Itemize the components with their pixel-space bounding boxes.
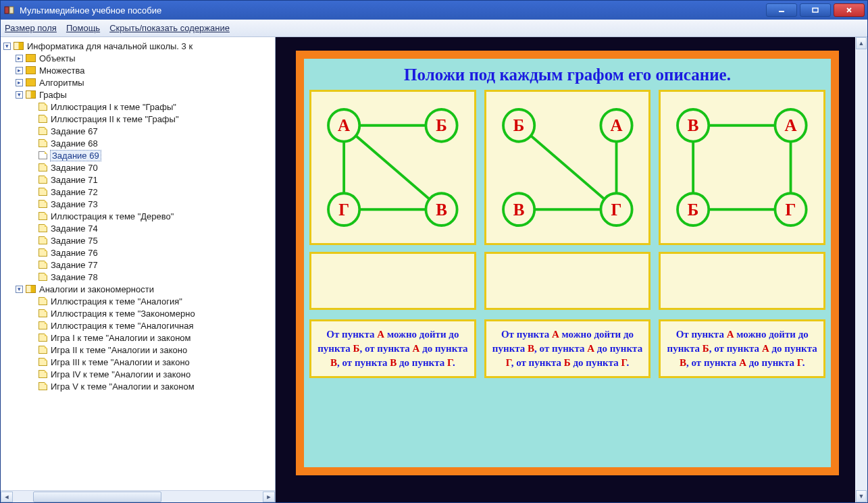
- scroll-thumb[interactable]: [33, 492, 161, 502]
- expand-icon[interactable]: ▸: [16, 67, 23, 74]
- tree-leaf[interactable]: Задание 73: [50, 199, 99, 209]
- tree-item-graphs[interactable]: Графы: [39, 90, 68, 100]
- titlebar: Мультимедийное учебное пособие: [1, 1, 867, 20]
- scroll-track[interactable]: [13, 492, 263, 502]
- page-icon: [39, 176, 47, 184]
- drop-target-1[interactable]: [309, 252, 476, 310]
- page-icon: [39, 358, 47, 366]
- graph-row: АБГВБАВГВАБГ: [309, 90, 825, 245]
- tree-leaf[interactable]: Игра III к теме "Аналогии и законо: [50, 357, 190, 367]
- tree-leaf[interactable]: Игра I к теме "Аналогии и законом: [50, 333, 192, 343]
- page-icon: [39, 115, 47, 123]
- page-icon: [39, 346, 47, 354]
- tree-leaf[interactable]: Иллюстрация к теме "Аналогичная: [50, 321, 195, 331]
- drop-target-3[interactable]: [659, 252, 825, 310]
- page-icon: [39, 382, 47, 390]
- toc-tree[interactable]: ▾ Информатика для начальной школы. 3 к ▸…: [1, 37, 275, 490]
- svg-text:А: А: [338, 115, 351, 135]
- content-vscroll[interactable]: ▲ ▼: [855, 37, 867, 502]
- svg-line-18: [519, 126, 616, 209]
- book-icon: [26, 66, 36, 74]
- svg-text:Г: Г: [338, 199, 349, 219]
- sidebar: ▾ Информатика для начальной школы. 3 к ▸…: [1, 37, 276, 502]
- collapse-icon[interactable]: ▾: [3, 43, 11, 50]
- collapse-icon[interactable]: ▾: [16, 91, 23, 99]
- tree-leaf[interactable]: Задание 74: [50, 223, 99, 234]
- expand-icon[interactable]: ▸: [16, 55, 23, 62]
- page-icon: [39, 163, 47, 171]
- tree-leaf[interactable]: Игра II к теме "Аналогии и законо: [50, 345, 188, 355]
- body: ▾ Информатика для начальной школы. 3 к ▸…: [1, 37, 867, 502]
- tree-root[interactable]: Информатика для начальной школы. 3 к: [26, 41, 193, 51]
- scroll-up-icon[interactable]: ▲: [856, 37, 867, 49]
- svg-rect-1: [9, 7, 14, 14]
- page-icon: [39, 212, 47, 220]
- tree-leaf[interactable]: Задание 72: [50, 187, 99, 197]
- page-icon: [39, 297, 47, 305]
- tree-leaf[interactable]: Иллюстрация к теме "Дерево": [50, 211, 174, 221]
- tree-leaf[interactable]: Задание 67: [50, 126, 99, 136]
- page-icon: [39, 127, 47, 135]
- description-card-2[interactable]: От пункта А можно дойти до пункта В, от …: [484, 319, 651, 378]
- tree-leaf[interactable]: Иллюстрация к теме "Аналогия": [50, 296, 183, 307]
- collapse-icon[interactable]: ▾: [16, 286, 23, 293]
- close-button[interactable]: [834, 3, 865, 17]
- menu-toggle-toc[interactable]: Скрыть/показать содержание: [109, 23, 230, 33]
- tree-leaf[interactable]: Задание 69: [50, 150, 101, 161]
- svg-text:В: В: [513, 199, 524, 219]
- minimize-button[interactable]: [766, 3, 797, 17]
- tree-item-analogies[interactable]: Аналогии и закономерности: [39, 284, 155, 294]
- page-icon: [39, 334, 47, 342]
- svg-text:Б: Б: [513, 115, 525, 135]
- expand-icon[interactable]: ▸: [16, 79, 23, 86]
- book-icon: [26, 90, 36, 99]
- tree-leaf[interactable]: Игра IV к теме "Аналогии и законо: [50, 369, 191, 379]
- svg-text:А: А: [785, 115, 798, 135]
- tree-leaf[interactable]: Задание 78: [50, 272, 99, 282]
- tree-leaf[interactable]: Иллюстрация к теме "Закономерно: [50, 309, 196, 319]
- tree-leaf[interactable]: Задание 68: [50, 138, 99, 149]
- tree-leaf[interactable]: Задание 76: [50, 248, 99, 258]
- tree-leaf[interactable]: Задание 70: [50, 163, 99, 173]
- scroll-right-icon[interactable]: ►: [263, 492, 275, 502]
- svg-text:А: А: [610, 115, 623, 135]
- menu-help[interactable]: Помощь: [66, 23, 100, 33]
- scroll-down-icon[interactable]: ▼: [856, 490, 867, 502]
- tree-leaf[interactable]: Игра V к теме "Аналогии и законом: [50, 381, 195, 392]
- page-icon: [39, 309, 47, 317]
- book-icon: [26, 54, 36, 62]
- page-icon: [39, 224, 47, 232]
- tree-item[interactable]: Объекты: [39, 53, 76, 63]
- book-icon: [26, 285, 36, 293]
- tree-leaf[interactable]: Иллюстрация II к теме "Графы": [50, 114, 180, 124]
- svg-rect-2: [779, 11, 784, 12]
- tree-leaf[interactable]: Задание 75: [50, 236, 99, 246]
- graph-1: АБГВ: [309, 90, 476, 245]
- tree-item[interactable]: Множества: [39, 65, 85, 76]
- description-card-1[interactable]: От пункта А можно дойти до пункта Б, от …: [309, 319, 476, 378]
- page-icon: [39, 188, 47, 196]
- window-title: Мультимедийное учебное пособие: [20, 5, 766, 16]
- book-icon: [14, 42, 24, 50]
- svg-text:Г: Г: [786, 199, 796, 219]
- drop-row: [309, 245, 825, 310]
- scroll-track[interactable]: [855, 49, 867, 490]
- svg-text:В: В: [436, 199, 447, 219]
- tree-item[interactable]: Алгоритмы: [39, 78, 85, 88]
- svg-text:Б: Б: [436, 115, 447, 135]
- tree-leaf[interactable]: Задание 71: [50, 175, 99, 185]
- book-icon: [26, 78, 36, 86]
- page-icon: [39, 370, 47, 378]
- maximize-button[interactable]: [800, 3, 831, 17]
- tree-leaf[interactable]: Задание 77: [50, 260, 99, 270]
- tree-leaf[interactable]: Иллюстрация I к теме "Графы": [50, 102, 177, 112]
- slide-frame: Положи под каждым графом его описание. А…: [296, 51, 839, 475]
- page-icon: [39, 103, 47, 111]
- sidebar-hscroll[interactable]: ◄ ►: [1, 490, 275, 502]
- page-icon: [39, 200, 47, 208]
- menu-field-size[interactable]: Размер поля: [5, 23, 57, 33]
- description-card-3[interactable]: От пункта А можно дойти до пункта Б, от …: [659, 319, 825, 378]
- drop-target-2[interactable]: [484, 252, 651, 310]
- scroll-left-icon[interactable]: ◄: [1, 492, 13, 502]
- svg-text:Г: Г: [611, 199, 621, 219]
